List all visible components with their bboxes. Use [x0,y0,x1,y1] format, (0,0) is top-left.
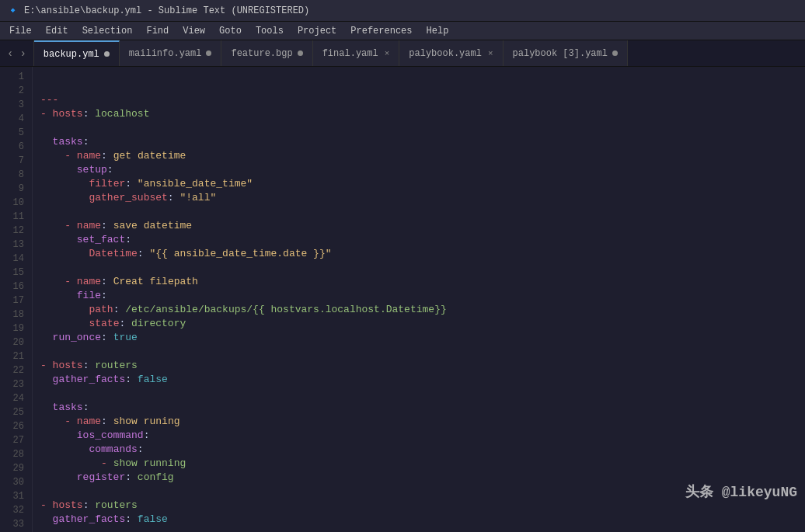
code-line-23: tasks: [40,401,805,415]
line-number-8: 8 [5,168,24,182]
app-icon: 🔹 [6,4,19,17]
title-bar: 🔹 E:\ansible\backup.yml - Sublime Text (… [0,0,805,22]
line-number-32: 32 [5,503,24,517]
line-number-20: 20 [5,336,24,349]
tab-label-final: final.yaml [322,48,378,59]
code-line-25: ios_command: [40,429,805,443]
line-number-25: 25 [5,405,24,419]
menu-item-goto[interactable]: Goto [213,24,248,38]
line-number-3: 3 [5,98,24,112]
line-number-11: 11 [5,210,24,224]
line-number-31: 31 [5,489,24,503]
code-line-1: --- [40,93,805,107]
tab-label-mailinfo: mailinfo.yaml [129,48,202,59]
code-line-31: gather_facts: false [40,513,805,527]
menu-item-view[interactable]: View [176,24,211,38]
line-number-29: 29 [5,461,24,475]
code-line-4: tasks: [40,135,805,149]
code-line-16: path: /etc/ansible/backups/{{ hostvars.l… [40,303,805,317]
code-line-26: commands: [40,443,805,457]
code-line-14: - name: Creat filepath [40,275,805,289]
line-number-16: 16 [5,280,24,294]
line-number-24: 24 [5,391,24,405]
code-line-13 [40,261,805,275]
code-line-3 [40,121,805,135]
code-line-22 [40,387,805,401]
tab-label-feature: feature.bgp [231,48,292,59]
tab-close-final[interactable]: × [385,49,390,58]
tab-next-button[interactable]: › [17,46,28,61]
line-number-7: 7 [5,154,24,168]
code-line-11: set_fact: [40,233,805,247]
code-line-19 [40,345,805,359]
tab-feature[interactable]: feature.bgp [221,40,312,66]
menu-item-file[interactable]: File [3,24,38,38]
line-number-12: 12 [5,224,24,238]
tab-backup[interactable]: backup.yml [34,40,120,66]
line-number-19: 19 [5,322,24,336]
code-line-21: gather_facts: false [40,373,805,387]
code-line-28: register: config [40,471,805,485]
line-number-17: 17 [5,294,24,308]
tab-close-palybook[interactable]: × [488,49,493,58]
menu-item-tools[interactable]: Tools [249,24,290,38]
menu-item-edit[interactable]: Edit [40,24,75,38]
line-number-28: 28 [5,447,24,461]
line-number-18: 18 [5,308,24,322]
tab-final[interactable]: final.yaml× [313,40,400,66]
code-content[interactable]: ---- hosts: localhost tasks: - name: get… [33,67,805,532]
code-line-10: - name: save datetime [40,219,805,233]
tab-nav: ‹ › [0,40,34,66]
tab-palybook[interactable]: palybook.yaml× [399,40,503,66]
line-number-21: 21 [5,349,24,363]
code-line-30: - hosts: routers [40,499,805,513]
tab-label-palybook3: palybook [3].yaml [513,48,608,59]
tab-dot-mailinfo [206,50,211,56]
tab-prev-button[interactable]: ‹ [5,46,16,61]
line-number-13: 13 [5,238,24,252]
line-number-26: 26 [5,419,24,433]
line-numbers: 1234567891011121314151617181920212223242… [0,67,33,532]
code-line-24: - name: show runing [40,415,805,429]
line-number-23: 23 [5,377,24,391]
menu-item-find[interactable]: Find [140,24,175,38]
menu-item-project[interactable]: Project [291,24,343,38]
code-line-20: - hosts: routers [40,359,805,373]
code-line-32 [40,527,805,532]
code-line-15: file: [40,289,805,303]
code-line-12: Datetime: "{{ ansible_date_time.date }}" [40,247,805,261]
line-number-9: 9 [5,182,24,196]
tab-label-palybook: palybook.yaml [409,48,482,59]
line-number-15: 15 [5,266,24,280]
code-line-9 [40,205,805,219]
code-line-18: run_once: true [40,331,805,345]
tab-dot-palybook3 [612,50,618,56]
line-number-2: 2 [5,84,24,98]
line-number-14: 14 [5,252,24,266]
tab-mailinfo[interactable]: mailinfo.yaml [120,40,222,66]
tab-dot-backup [104,51,110,57]
line-number-1: 1 [5,70,24,84]
code-line-2: - hosts: localhost [40,107,805,121]
line-number-33: 33 [5,517,24,531]
line-number-30: 30 [5,475,24,489]
menu-item-selection[interactable]: Selection [76,24,139,38]
code-line-17: state: directory [40,317,805,331]
window-title: E:\ansible\backup.yml - Sublime Text (UN… [24,5,309,16]
line-number-27: 27 [5,433,24,447]
tab-palybook3[interactable]: palybook [3].yaml [504,40,628,66]
menu-item-help[interactable]: Help [420,24,455,38]
code-line-7: filter: "ansible_date_time" [40,177,805,191]
code-line-8: gather_subset: "!all" [40,191,805,205]
line-number-6: 6 [5,140,24,154]
line-number-4: 4 [5,112,24,126]
tab-bar: ‹ › backup.ymlmailinfo.yamlfeature.bgpfi… [0,40,805,67]
tab-dot-feature [298,50,303,56]
menu-item-preferences[interactable]: Preferences [344,24,418,38]
editor-area: 1234567891011121314151617181920212223242… [0,67,805,532]
line-number-5: 5 [5,126,24,140]
tab-label-backup: backup.yml [44,49,99,60]
line-number-10: 10 [5,196,24,210]
menu-bar: FileEditSelectionFindViewGotoToolsProjec… [0,22,805,40]
code-line-6: setup: [40,163,805,177]
